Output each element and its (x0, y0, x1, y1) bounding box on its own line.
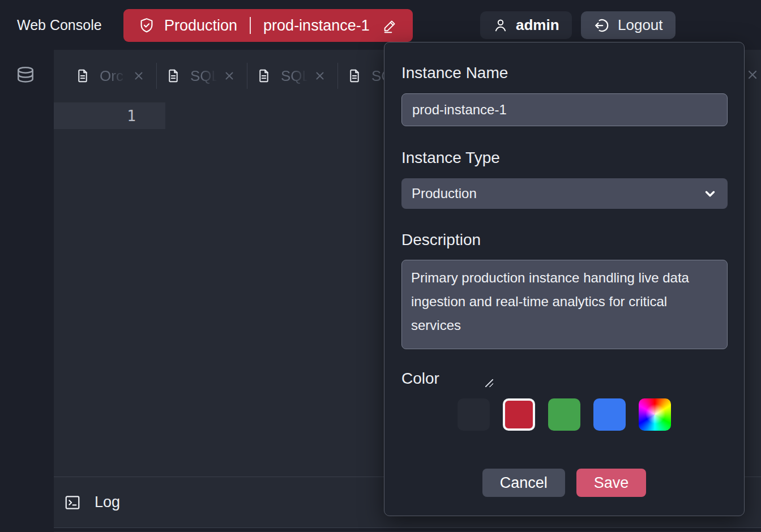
description-textarea[interactable]: Primary production instance handling liv… (401, 260, 728, 349)
badge-divider (250, 17, 251, 34)
file-icon (75, 67, 90, 84)
file-icon (256, 67, 271, 84)
logout-button[interactable]: Logout (581, 11, 676, 39)
terminal-icon (64, 494, 81, 511)
log-label: Log (95, 494, 120, 511)
color-swatch-green[interactable] (548, 398, 580, 431)
hidden-tab-close-icon[interactable] (746, 68, 759, 81)
color-swatch-red[interactable] (503, 398, 535, 431)
environment-badge[interactable]: Production prod-instance-1 (123, 9, 413, 42)
sidebar (0, 50, 54, 532)
cancel-button[interactable]: Cancel (482, 469, 565, 497)
file-icon (347, 67, 362, 84)
tab-label: Orc (100, 67, 128, 85)
edit-pencil-icon[interactable] (382, 18, 398, 33)
instance-settings-modal: Instance Name Instance Type Production D… (384, 42, 745, 516)
tab-label: SQL (281, 67, 309, 85)
instance-name-field-label: Instance Name (401, 64, 727, 82)
environment-label: Production (164, 17, 237, 35)
user-name: admin (516, 16, 559, 34)
color-field-label: Color (401, 370, 727, 388)
logout-icon (593, 17, 610, 34)
description-field-label: Description (401, 231, 727, 249)
instance-name-label: prod-instance-1 (263, 17, 370, 35)
instance-type-select[interactable]: Production (401, 178, 728, 209)
shield-check-icon (138, 16, 155, 35)
database-icon[interactable] (15, 64, 36, 89)
tab-close-icon[interactable] (221, 67, 238, 84)
instance-type-field-label: Instance Type (401, 149, 727, 167)
file-icon (166, 67, 181, 84)
color-swatch-default[interactable] (458, 398, 490, 431)
bottom-strip (54, 528, 761, 531)
color-swatch-blue[interactable] (593, 398, 626, 431)
modal-actions: Cancel Save (401, 469, 727, 497)
color-swatch-rainbow[interactable] (639, 398, 671, 431)
user-icon (493, 17, 508, 34)
app-title: Web Console (17, 0, 102, 50)
tab-close-icon[interactable] (130, 67, 147, 84)
color-swatch-row (401, 398, 727, 431)
user-chip[interactable]: admin (480, 11, 572, 39)
chevron-down-icon (703, 186, 717, 201)
line-number: 1 (127, 108, 136, 125)
instance-type-value: Production (412, 186, 477, 201)
save-button[interactable]: Save (576, 469, 647, 497)
line-number-gutter: 1 (54, 102, 165, 129)
instance-name-input[interactable] (401, 93, 728, 126)
tab-1[interactable]: Orc (66, 50, 156, 102)
tab-3[interactable]: SQL (247, 50, 337, 102)
logout-label: Logout (618, 16, 663, 34)
tab-label: SQL (190, 67, 219, 85)
tab-2[interactable]: SQL (157, 50, 247, 102)
tab-close-icon[interactable] (311, 67, 328, 84)
